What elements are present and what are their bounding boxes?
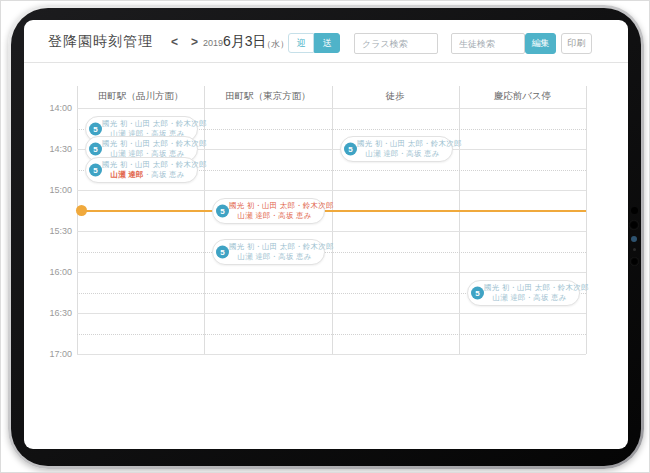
tablet-camera-array xyxy=(628,201,640,272)
event-names-line2: 山瀬 達郎・高坂 恵み xyxy=(102,170,193,180)
time-label: 15:00 xyxy=(32,185,72,195)
schedule-event-pill[interactable]: 5國光 初・山田 太郎・鈴木次郎山瀬 達郎・高坂 恵み xyxy=(85,157,198,183)
app-screen: 登降園時刻管理 < > 2019 6月3日 （水） 迎 送 編集 印刷 田町駅（… xyxy=(24,20,628,449)
time-label: 15:30 xyxy=(32,226,72,236)
date-year: 2019 xyxy=(203,38,223,48)
grid-quarter-line xyxy=(77,252,586,253)
time-label: 17:00 xyxy=(32,349,72,359)
grid-hour-line xyxy=(77,190,586,191)
schedule-event-pill[interactable]: 5國光 初・山田 太郎・鈴木次郎山瀬 達郎・高坂 恵み xyxy=(212,239,325,265)
camera-lens-blue xyxy=(631,236,637,242)
prev-day-button[interactable]: < xyxy=(171,35,178,49)
event-names-line1: 國光 初・山田 太郎・鈴木次郎 xyxy=(102,160,193,170)
student-count-badge: 5 xyxy=(471,286,484,299)
student-name: ・高坂 恵み xyxy=(144,170,185,179)
grid-hour-line xyxy=(77,354,586,355)
page-title: 登降園時刻管理 xyxy=(48,33,153,51)
student-name: 山瀬 達郎・高坂 恵み xyxy=(492,293,566,302)
current-time-dot xyxy=(76,205,87,216)
press-image-canvas: 登降園時刻管理 < > 2019 6月3日 （水） 迎 送 編集 印刷 田町駅（… xyxy=(0,0,650,473)
student-count-badge: 5 xyxy=(216,204,229,217)
student-count-badge: 5 xyxy=(89,143,102,156)
event-names-line1: 國光 初・山田 太郎・鈴木次郎 xyxy=(102,119,193,129)
event-names-line2: 山瀬 達郎・高坂 恵み xyxy=(357,149,448,159)
student-count-badge: 5 xyxy=(344,143,357,156)
tablet-bezel: 登降園時刻管理 < > 2019 6月3日 （水） 迎 送 編集 印刷 田町駅（… xyxy=(11,8,641,466)
camera-lens xyxy=(629,220,639,230)
schedule-event-pill[interactable]: 5國光 初・山田 太郎・鈴木次郎山瀬 達郎・高坂 恵み xyxy=(467,280,580,306)
grid-hour-line xyxy=(77,272,586,273)
date-display: 6月3日 xyxy=(223,33,267,51)
column-header: 田町駅（東京方面） xyxy=(204,86,331,108)
column-header: 慶応前バス停 xyxy=(459,86,586,108)
grid-hour-line xyxy=(77,313,586,314)
grid-hour-line xyxy=(77,231,586,232)
student-name: 山瀬 達郎・高坂 恵み xyxy=(237,252,311,261)
camera-mic-dot xyxy=(633,248,636,251)
toggle-pickup[interactable]: 迎 xyxy=(288,33,314,53)
time-label: 14:00 xyxy=(32,103,72,113)
student-search-input[interactable] xyxy=(451,33,525,54)
print-button[interactable]: 印刷 xyxy=(561,33,592,54)
next-day-button[interactable]: > xyxy=(191,35,198,49)
event-names-line2: 山瀬 達郎・高坂 恵み xyxy=(484,293,575,303)
event-names-line1: 國光 初・山田 太郎・鈴木次郎 xyxy=(229,201,320,211)
time-label: 16:30 xyxy=(32,308,72,318)
event-names-line2: 山瀬 達郎・高坂 恵み xyxy=(229,252,320,262)
pickup-dropoff-toggle: 迎 送 xyxy=(288,33,340,53)
event-names-line2: 山瀬 達郎・高坂 恵み xyxy=(229,211,320,221)
student-name: 山瀬 達郎・高坂 恵み xyxy=(365,149,439,158)
column-header: 徒歩 xyxy=(332,86,459,108)
camera-dot xyxy=(631,207,638,214)
edit-button[interactable]: 編集 xyxy=(525,33,556,54)
schedule-event-pill[interactable]: 5國光 初・山田 太郎・鈴木次郎山瀬 達郎・高坂 恵み xyxy=(340,136,453,162)
schedule-event-pill[interactable]: 5國光 初・山田 太郎・鈴木次郎山瀬 達郎・高坂 恵み xyxy=(212,198,325,224)
schedule-grid: 5國光 初・山田 太郎・鈴木次郎山瀬 達郎・高坂 恵み5國光 初・山田 太郎・鈴… xyxy=(77,108,586,354)
tablet-frame: 登降園時刻管理 < > 2019 6月3日 （水） 迎 送 編集 印刷 田町駅（… xyxy=(8,5,644,469)
event-names-line1: 國光 初・山田 太郎・鈴木次郎 xyxy=(484,283,575,293)
event-names-line1: 國光 初・山田 太郎・鈴木次郎 xyxy=(357,139,448,149)
app-header: 登降園時刻管理 < > 2019 6月3日 （水） 迎 送 編集 印刷 xyxy=(24,20,628,63)
camera-lens xyxy=(630,257,639,266)
event-names-line1: 國光 初・山田 太郎・鈴木次郎 xyxy=(102,139,193,149)
time-label: 16:00 xyxy=(32,267,72,277)
column-header: 田町駅（品川方面） xyxy=(77,86,204,108)
highlighted-student-name: 山瀬 達郎 xyxy=(110,170,143,179)
date-weekday: （水） xyxy=(262,38,289,51)
grid-quarter-line xyxy=(77,334,586,335)
student-count-badge: 5 xyxy=(89,163,102,176)
grid-column-line xyxy=(586,86,587,354)
grid-hour-line xyxy=(77,108,586,109)
student-count-badge: 5 xyxy=(89,122,102,135)
student-count-badge: 5 xyxy=(216,245,229,258)
class-search-input[interactable] xyxy=(354,33,438,54)
student-name: 山瀬 達郎・高坂 恵み xyxy=(237,211,311,220)
time-label: 14:30 xyxy=(32,144,72,154)
event-names-line1: 國光 初・山田 太郎・鈴木次郎 xyxy=(229,242,320,252)
toggle-dropoff[interactable]: 送 xyxy=(314,33,340,53)
